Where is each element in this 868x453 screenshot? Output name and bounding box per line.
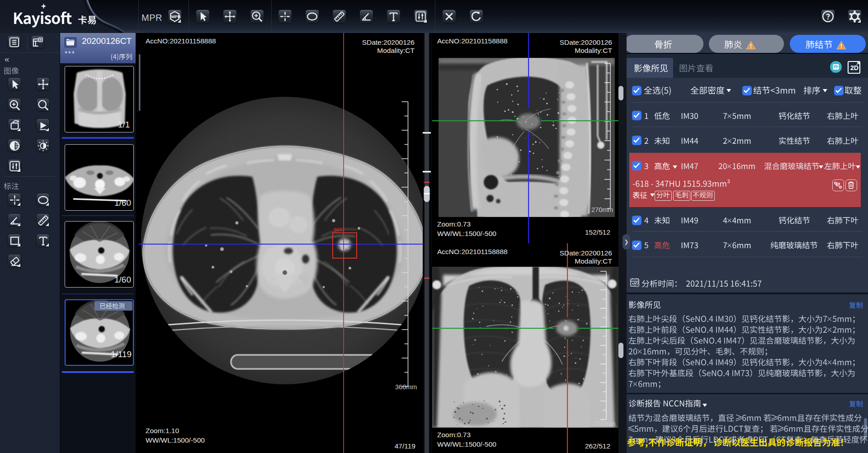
svg-text:MPR: MPR (171, 14, 181, 19)
svg-text:IM47: IM47 (334, 227, 344, 232)
svg-text:270mm: 270mm (594, 420, 615, 427)
svg-text:360mm: 360mm (395, 383, 417, 391)
svg-text:270mm: 270mm (591, 206, 613, 213)
svg-text:2D: 2D (850, 64, 859, 71)
